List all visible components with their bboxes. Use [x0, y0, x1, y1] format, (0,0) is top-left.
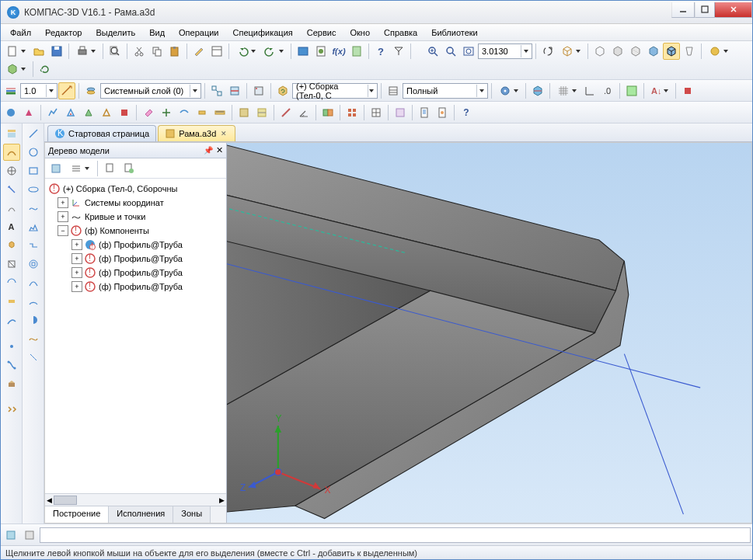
whats-this-button[interactable]: ? — [372, 43, 389, 60]
section-view-button[interactable] — [226, 82, 243, 99]
vs-6[interactable]: A — [3, 218, 20, 235]
menu-libraries[interactable]: Библиотеки — [425, 26, 484, 40]
feat-2[interactable] — [20, 104, 37, 121]
feat-13[interactable] — [277, 104, 295, 121]
round-button[interactable]: .0 — [599, 82, 616, 99]
vs-1[interactable] — [3, 125, 20, 142]
vs-3[interactable] — [3, 162, 20, 179]
feat-16[interactable] — [368, 104, 385, 121]
tree-node-components[interactable]: − ! (ф) Компоненты — [47, 224, 225, 238]
sketch-button[interactable] — [250, 82, 267, 99]
feat-10[interactable] — [193, 104, 211, 121]
properties-button[interactable] — [208, 43, 225, 60]
zoom-dynamic-button[interactable] — [442, 43, 459, 60]
pin-icon[interactable]: 📌 — [204, 146, 213, 155]
perspective-button[interactable] — [681, 43, 698, 60]
rebuild-button[interactable] — [274, 82, 291, 99]
display-combo[interactable]: Полный — [403, 83, 488, 99]
tree-scrollbar[interactable]: ◀ ▶ — [45, 493, 226, 506]
close-button[interactable] — [715, 2, 752, 18]
paste-button[interactable] — [166, 43, 183, 60]
expand-button[interactable]: + — [71, 239, 82, 250]
tab-document[interactable]: Рама.a3d ✕ — [158, 125, 235, 141]
feat-12[interactable] — [253, 104, 270, 121]
pt-4[interactable] — [120, 160, 138, 177]
tree-node-comp-3[interactable]: + ! (ф) Профиль@Труба — [47, 266, 225, 280]
angle-button[interactable] — [295, 104, 312, 121]
section-button[interactable] — [529, 82, 546, 99]
tree-node-cs[interactable]: + Системы координат — [47, 196, 225, 210]
undo-button[interactable] — [232, 43, 260, 60]
library-manager-button[interactable] — [295, 43, 312, 60]
variables-button[interactable]: f(x) — [330, 43, 347, 60]
zoom-fit-button[interactable] — [460, 43, 477, 60]
tree-node-comp-1[interactable]: + ! (ф) Профиль@Труба — [47, 238, 225, 252]
maximize-button[interactable] — [695, 2, 715, 18]
tree-root[interactable]: ! (+) Сборка (Тел-0, Сборочны — [47, 182, 225, 196]
copy-props-button[interactable] — [190, 43, 207, 60]
feat-6[interactable] — [98, 104, 115, 121]
close-tab-button[interactable]: ✕ — [219, 129, 228, 138]
op-bezier[interactable] — [25, 274, 42, 291]
op-half[interactable] — [25, 311, 42, 329]
save-button[interactable] — [48, 43, 65, 60]
ruler-button[interactable] — [211, 104, 228, 121]
zoom-window-button[interactable] — [424, 43, 441, 60]
op-rect[interactable] — [25, 162, 42, 179]
snap-button[interactable] — [495, 82, 522, 99]
menu-service[interactable]: Сервис — [301, 26, 343, 40]
redo-button[interactable] — [260, 43, 288, 60]
tab-start-page[interactable]: K Стартовая страница — [47, 125, 156, 141]
3d-viewport[interactable]: Y X Z — [227, 143, 751, 523]
print-button[interactable] — [72, 43, 99, 60]
minimize-button[interactable] — [671, 2, 695, 18]
help-dropdown-button[interactable] — [390, 43, 407, 60]
tree-panel-button[interactable] — [623, 82, 640, 99]
menu-select[interactable]: Выделить — [89, 26, 141, 40]
cut-button[interactable] — [131, 43, 148, 60]
feat-15[interactable] — [343, 104, 361, 121]
pt-3[interactable] — [102, 160, 119, 177]
pb-2[interactable] — [21, 527, 38, 544]
hidden-removed-button[interactable] — [609, 43, 626, 60]
copy-button[interactable] — [148, 43, 166, 60]
vs-14[interactable] — [3, 375, 20, 392]
op-whatever[interactable] — [25, 349, 42, 366]
grid-button[interactable] — [553, 82, 580, 99]
feat-17[interactable] — [392, 104, 409, 121]
layer-combo[interactable]: Системный слой (0) — [100, 83, 201, 99]
op-polygon[interactable] — [25, 218, 42, 235]
feat-8[interactable] — [158, 104, 175, 121]
menu-view[interactable]: Вид — [143, 26, 171, 40]
shaded-edges-button[interactable] — [663, 43, 680, 60]
feat-1[interactable] — [2, 104, 19, 121]
report2-button[interactable] — [416, 104, 433, 121]
rotate-button[interactable] — [539, 43, 556, 60]
new-document-button[interactable] — [2, 43, 30, 60]
vs-4[interactable] — [3, 181, 20, 198]
vs-13[interactable] — [3, 357, 20, 374]
tree-node-comp-4[interactable]: + ! (ф) Профиль@Труба — [47, 280, 225, 294]
wireframe-button[interactable] — [591, 43, 608, 60]
op-spline[interactable] — [25, 330, 42, 347]
feat-5[interactable] — [80, 104, 97, 121]
ortho-button[interactable] — [581, 82, 598, 99]
erase-button[interactable] — [140, 104, 157, 121]
op-line[interactable] — [25, 125, 42, 142]
orientation-button[interactable] — [557, 43, 584, 60]
layer-style-button[interactable] — [82, 82, 99, 99]
image-quality-button[interactable] — [705, 43, 732, 60]
feat-4[interactable] — [62, 104, 79, 121]
op-polyline[interactable] — [25, 237, 42, 254]
op-ellipse[interactable] — [25, 181, 42, 198]
vs-7[interactable] — [3, 237, 20, 254]
feat-11[interactable] — [235, 104, 253, 121]
op-hole[interactable] — [25, 256, 42, 273]
simplify-button[interactable] — [2, 61, 30, 78]
zoom-combo[interactable]: 3.0130 — [478, 43, 532, 59]
menu-specification[interactable]: Спецификация — [227, 26, 299, 40]
menu-editor[interactable]: Редактор — [39, 26, 88, 40]
op-arc[interactable] — [25, 293, 42, 310]
expand-button[interactable]: + — [71, 281, 82, 292]
menu-file[interactable]: Файл — [4, 26, 37, 40]
